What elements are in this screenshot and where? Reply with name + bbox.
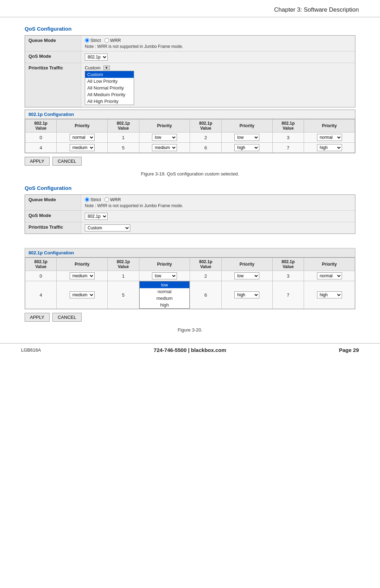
figure2-section: QoS Configuration Queue Mode Strict WRR — [25, 185, 355, 333]
prioritize-row: Prioritize Traffic Custom ▼ Custom All L… — [25, 63, 355, 107]
strict-radio-label-2[interactable]: Strict — [85, 197, 101, 202]
pri-2: normallowmediumhigh — [221, 132, 272, 143]
queue-mode-radio-group-2: Strict WRR — [85, 197, 183, 202]
prioritize-dropdown-list: Custom All Low Priority All Normal Prior… — [85, 71, 134, 105]
qos-mode-label: QoS Mode — [25, 51, 81, 63]
prioritize-dropdown-container: Custom ▼ Custom All Low Priority All Nor… — [85, 65, 134, 105]
dropdown-item-custom[interactable]: Custom — [85, 71, 134, 78]
sel2-0[interactable]: normallowmediumhigh — [70, 272, 95, 279]
qos-mode-label-2: QoS Mode — [25, 211, 81, 222]
th-802-val-1: 802.1pValue — [25, 119, 57, 132]
drop2-normal[interactable]: normal — [140, 288, 190, 295]
v2-4: 4 — [25, 281, 57, 309]
table2-row-1: 0 normallowmediumhigh 1 normallowmediumh… — [25, 271, 355, 281]
config-box-1: Queue Mode Strict WRR Note : WRR is not … — [25, 35, 355, 107]
queue-mode-radio-group: Strict WRR — [85, 38, 183, 43]
sel2-3[interactable]: normallowmediumhigh — [317, 272, 342, 279]
figure1-section: QoS Configuration Queue Mode Strict WRR — [25, 26, 355, 177]
select-pri-0[interactable]: normallowmediumhigh — [70, 134, 95, 141]
prioritize-current: Custom — [85, 65, 101, 70]
data-table-1: 802.1pValue Priority 802.1pValue Priorit… — [25, 119, 355, 153]
wrr-radio-label[interactable]: WRR — [104, 38, 121, 43]
select-pri-3[interactable]: normallowmediumhigh — [317, 134, 342, 141]
select-pri-7[interactable]: normallowmediumhigh — [317, 144, 342, 151]
wrr-radio-2[interactable] — [104, 197, 109, 202]
qos-mode-row-2: QoS Mode 802.1p — [25, 211, 355, 222]
sel2-7[interactable]: normallowmediumhigh — [317, 291, 342, 298]
queue-mode-row: Queue Mode Strict WRR Note : WRR is not … — [25, 36, 355, 51]
strict-radio-label[interactable]: Strict — [85, 38, 101, 43]
th2-802-val-1: 802.1pValue — [25, 258, 57, 271]
qos-title-2: QoS Configuration — [25, 185, 355, 191]
button-row-1: APPLY CANCEL — [25, 157, 355, 166]
pri-4: normallowmediumhigh — [57, 143, 108, 153]
figure-caption-2: Figure 3-20. — [25, 327, 355, 333]
sel2-4[interactable]: normallowmediumhigh — [70, 291, 95, 298]
th-pri-2: Priority — [139, 119, 190, 132]
qos-title-1: QoS Configuration — [25, 26, 355, 32]
apply-button-2[interactable]: APPLY — [25, 313, 50, 322]
th2-802-val-3: 802.1pValue — [190, 258, 221, 271]
table-header-row-1: 802.1pValue Priority 802.1pValue Priorit… — [25, 119, 355, 132]
pri-7: normallowmediumhigh — [304, 143, 355, 153]
select-pri-2[interactable]: normallowmediumhigh — [234, 134, 259, 141]
sel2-1[interactable]: normallowmediumhigh — [152, 272, 177, 279]
prioritize-value-2: Custom All Low Priority All Normal Prior… — [81, 222, 134, 234]
th2-pri-2: Priority — [139, 258, 190, 271]
config-box-2: Queue Mode Strict WRR Note : WRR is not … — [25, 194, 355, 234]
qos-mode-select[interactable]: 802.1p — [85, 54, 108, 61]
v2-7: 7 — [272, 281, 304, 309]
select-pri-5[interactable]: normallowmediumhigh — [152, 144, 177, 151]
drop2-medium[interactable]: medium — [140, 295, 190, 302]
cancel-button-1[interactable]: CANCEL — [52, 157, 82, 166]
select-pri-4[interactable]: normallowmediumhigh — [70, 144, 95, 151]
v2-6: 6 — [190, 281, 221, 309]
apply-button-1[interactable]: APPLY — [25, 157, 50, 166]
p2-5-open: low normal medium high — [139, 281, 190, 309]
strict-radio-2[interactable] — [85, 197, 89, 202]
sel2-6[interactable]: normallowmediumhigh — [234, 291, 259, 298]
drop2-low[interactable]: low — [140, 281, 190, 288]
qos-mode-select-2[interactable]: 802.1p — [85, 213, 108, 220]
val-7: 7 — [272, 143, 304, 153]
dropdown-item-low[interactable]: All Low Priority — [85, 78, 134, 85]
page-header: Chapter 3: Software Description — [0, 0, 380, 17]
cancel-button-2[interactable]: CANCEL — [52, 313, 82, 322]
select-pri-6[interactable]: normallowmediumhigh — [234, 144, 259, 151]
spacer — [25, 236, 355, 242]
page-footer: LGB616A 724-746-5500 | blackbox.com Page… — [0, 343, 380, 357]
th-802-val-4: 802.1pValue — [272, 119, 304, 132]
section-802-header-2: 802.1p Configuration — [25, 248, 355, 258]
select-pri-1[interactable]: normallowmediumhigh — [152, 134, 177, 141]
strict-radio[interactable] — [85, 38, 89, 43]
v2-3: 3 — [272, 271, 304, 281]
qos-mode-value: 802.1p — [81, 51, 111, 63]
section-802-wrapper-2: 802.1p Configuration 802.1pValue Priorit… — [25, 248, 355, 309]
wrr-radio[interactable] — [104, 38, 109, 43]
dropdown-item-medium[interactable]: All Medium Priority — [85, 91, 134, 98]
drop2-high[interactable]: high — [140, 302, 190, 308]
queue-mode-value-2: Strict WRR Note : WRR is not supported i… — [81, 195, 186, 210]
button-row-2: APPLY CANCEL — [25, 313, 355, 322]
footer-model: LGB616A — [21, 347, 41, 353]
dropdown-item-normal[interactable]: All Normal Priority — [85, 85, 134, 91]
th-802-val-2: 802.1pValue — [108, 119, 139, 132]
pri-3: normallowmediumhigh — [304, 132, 355, 143]
th-pri-1: Priority — [57, 119, 108, 132]
dropdown-arrow[interactable]: ▼ — [103, 66, 110, 70]
dropdown-item-high[interactable]: All High Priority — [85, 98, 134, 105]
queue-mode-label: Queue Mode — [25, 36, 81, 51]
chapter-title: Chapter 3: Software Description — [274, 6, 359, 13]
prioritize-label: Prioritize Traffic — [25, 63, 81, 107]
sel2-2[interactable]: normallowmediumhigh — [234, 272, 259, 279]
prioritize-select-2[interactable]: Custom All Low Priority All Normal Prior… — [85, 224, 130, 231]
prioritize-value: Custom ▼ Custom All Low Priority All Nor… — [81, 63, 138, 107]
p2-2: normallowmediumhigh — [221, 271, 272, 281]
footer-page: Page 29 — [339, 347, 359, 353]
table-row-1-1: 0 normallowmediumhigh 1 normallowmediumh… — [25, 132, 355, 143]
wrr-radio-label-2[interactable]: WRR — [104, 197, 121, 202]
p2-1: normallowmediumhigh — [139, 271, 190, 281]
page-content: QoS Configuration Queue Mode Strict WRR — [0, 26, 380, 333]
v2-1: 1 — [108, 271, 139, 281]
p2-3: normallowmediumhigh — [304, 271, 355, 281]
